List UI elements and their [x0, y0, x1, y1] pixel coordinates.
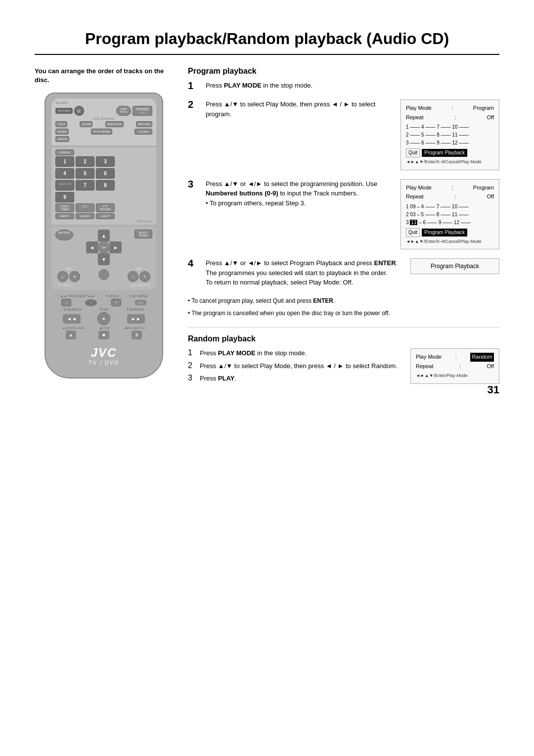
rand-step2-text: Press ▲/▼ to select Play Mode, then pres…: [200, 361, 400, 371]
play-btn[interactable]: ●: [97, 312, 110, 325]
dpad-down[interactable]: ▼: [98, 253, 110, 265]
s2-play-mode-label: Play Mode: [406, 104, 432, 113]
num-8-btn[interactable]: 8: [96, 180, 115, 190]
note2: • The program is cancelled when you open…: [188, 309, 499, 318]
stop-label: ■STOP: [100, 327, 110, 330]
s2-colon2: :: [454, 113, 456, 122]
rand-repeat-label: Repeat: [416, 362, 433, 371]
play-mode-btn[interactable]: PLAY MODE: [91, 129, 112, 135]
dpad-enter[interactable]: CH: [97, 241, 110, 254]
s2-program-pb: Program Playback: [422, 149, 467, 157]
rand-nav: ◄►▲▼/Enter/Play Mode: [416, 372, 494, 379]
open-close-btn[interactable]: ▲: [66, 331, 76, 339]
muting-btn[interactable]: MUTING: [55, 230, 73, 240]
display-btn[interactable]: DISPLAY: [55, 180, 74, 190]
power-btn[interactable]: POWER○○○: [133, 106, 152, 116]
dpad-left[interactable]: ◄: [86, 241, 98, 253]
cancel-btn[interactable]: CANCEL: [55, 149, 74, 155]
tv-dvd-label2: TV/DVD: [106, 294, 119, 298]
random-playback-title: Random playback: [188, 334, 499, 343]
s2-nav: ◄►▲▼/Enter/0–9/Cancel/Play Mode: [406, 158, 494, 165]
step3-screen: Play Mode : Program Repeat : Off 1 09 – …: [400, 179, 499, 250]
dvd-setup-label: DVD SETUP: [131, 284, 150, 287]
rand-play-mode-val: Random: [470, 353, 494, 362]
s3-nav: ◄►▲▼/Enter/0–9/Cancel/Play Mode: [406, 238, 494, 245]
num-4-btn[interactable]: 4: [55, 168, 74, 179]
step2-number: 2: [188, 99, 200, 109]
audio-btn[interactable]: AUDIO: [55, 129, 69, 135]
fsearch-btn[interactable]: ►►: [127, 314, 145, 324]
s3-quit: Quit: [406, 228, 420, 237]
step1-number: 1: [188, 81, 200, 91]
tv-menu-label: TV MENU: [57, 284, 73, 287]
light-btn[interactable]: LIGHT: [96, 213, 115, 219]
page-number: 31: [488, 383, 499, 396]
s3-repeat-val: Off: [487, 192, 494, 201]
open-close-label: ▲OPEN/CLOSE: [62, 327, 85, 330]
ooo-btn[interactable]: ○○○: [135, 300, 146, 305]
ch-minus-btn[interactable]: –: [128, 271, 138, 282]
num-2-btn[interactable]: 2: [76, 156, 94, 167]
title-btn[interactable]: TITLE: [55, 121, 67, 127]
pause-btn[interactable]: ⏸: [132, 331, 142, 339]
s3-program-pb: Program Playback: [422, 229, 467, 236]
return-btn[interactable]: RETURN: [136, 121, 152, 127]
audio2-btn[interactable]: AUDIO: [76, 213, 94, 219]
tv-catv-btn[interactable]: TV CATV: [55, 108, 73, 114]
s3-repeat-label: Repeat: [406, 192, 423, 201]
num-1-btn[interactable]: 1: [55, 156, 74, 167]
step4-text: Press ▲/▼ or ◄/► to select Program Playb…: [206, 258, 402, 287]
ch-plus-btn[interactable]: +: [139, 271, 150, 282]
rand-step1-num: 1: [188, 348, 196, 358]
num-6-btn[interactable]: 6: [96, 168, 115, 179]
page-title: Program playback/Random playback (Audio …: [35, 30, 499, 55]
rand-step3-num: 3: [188, 374, 196, 383]
jvc-logo: JVC: [51, 346, 156, 360]
tv-catv-label: TV CATV: [55, 101, 68, 104]
step4-screen-text: Program Playback: [431, 263, 479, 270]
rand-repeat-val: Off: [487, 362, 494, 371]
sleep-timer-btn[interactable]: SLEEP TIMER: [55, 203, 74, 212]
step2-text: Press ▲/▼ to select Play Mode, then pres…: [206, 99, 393, 119]
vol-minus-btn[interactable]: –: [57, 271, 68, 282]
select-enter-btn[interactable]: SELECTENTER: [134, 230, 152, 238]
center-circle: [98, 269, 109, 280]
remote-control: TV CATV TV CATV ⊙ SUBTITLE POWER○○○: [44, 93, 163, 378]
num-5-btn[interactable]: 5 •: [76, 168, 94, 179]
s2-play-mode-val: Program: [473, 104, 494, 113]
zoom-btn[interactable]: ZOOM: [80, 121, 92, 127]
subtitle-btn[interactable]: SUBTITLE: [116, 106, 131, 116]
dpad-right[interactable]: ►: [110, 241, 122, 253]
s3-play-mode-label: Play Mode: [406, 184, 432, 192]
step1-text: Press PLAY MODE in the stop mode.: [206, 81, 499, 91]
cc-btn[interactable]: C.C.: [76, 203, 94, 212]
left-intro: You can arrange the order of tracks on t…: [35, 67, 173, 85]
rm-model: RM-C1(ser): [55, 220, 152, 223]
program-playback-title: Program playback: [188, 67, 499, 76]
rand-step2-num: 2: [188, 361, 196, 371]
ch-label: CH: [137, 267, 141, 270]
plus-btn[interactable]: +: [111, 299, 121, 306]
angle-btn[interactable]: ANGLE: [55, 136, 69, 142]
minus-btn[interactable]: –: [61, 299, 71, 306]
slow-btn[interactable]: – SLOW +: [134, 129, 152, 135]
bsearch-btn[interactable]: ◄◄: [63, 314, 81, 324]
dvd-control-btn[interactable]: ⊙: [74, 106, 84, 116]
tv-return-btn[interactable]: 0 TV RETURN: [96, 203, 115, 212]
b-search-label: B.SEARCH: [64, 308, 82, 311]
input-btn[interactable]: INPUT: [55, 213, 74, 219]
tv-dvd-text: TV / DVD: [51, 360, 156, 366]
rand-step1-text: Press PLAY MODE in the stop mode.: [200, 348, 400, 358]
vol-plus-btn[interactable]: +: [69, 271, 80, 282]
repeat-ab-btn[interactable]: REPEAT-B: [105, 121, 124, 127]
num-7-btn[interactable]: 7: [76, 180, 94, 190]
section-divider: [188, 327, 499, 328]
stop-btn[interactable]: ■: [98, 331, 109, 339]
num-3-btn[interactable]: 3: [96, 156, 115, 167]
s2-colon1: :: [451, 104, 453, 113]
prev-label: ◄◄ PREV NEXT ►►: [60, 294, 95, 298]
num-9-btn[interactable]: 9: [55, 192, 74, 202]
rand-step3-text: Press PLAY.: [200, 374, 400, 383]
dpad-up[interactable]: ▲: [98, 230, 110, 241]
f-search-label: F.SEARCH: [127, 308, 144, 311]
